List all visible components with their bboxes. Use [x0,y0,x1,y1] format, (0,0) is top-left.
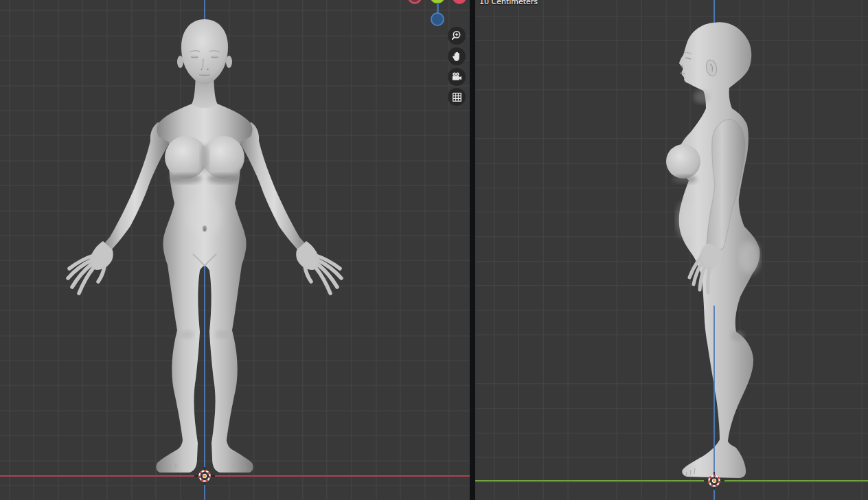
front-arm-left [68,122,170,293]
front-head [177,19,232,84]
viewport-divider[interactable] [470,0,475,500]
pan-button[interactable] [448,47,466,65]
front-arm-right [240,122,341,293]
blender-viewport-screenshot: 10 Centimeters [0,0,868,500]
magnifier-plus-icon [450,29,464,43]
zoom-button[interactable] [448,27,466,45]
viewport-front-view[interactable] [0,0,470,500]
ortho-grid-button[interactable] [448,88,466,106]
cursor-3d-front [194,467,215,485]
grid-scale-label: 10 Centimeters [479,0,538,6]
model-side-view[interactable] [666,22,760,478]
camera-icon [450,70,464,84]
camera-view-button[interactable] [448,68,466,86]
grid-icon [450,91,464,104]
hand-icon [450,50,464,63]
gizmo-ball-z-neg[interactable] [431,12,444,26]
viewport-side-view[interactable]: 10 Centimeters [475,0,868,500]
